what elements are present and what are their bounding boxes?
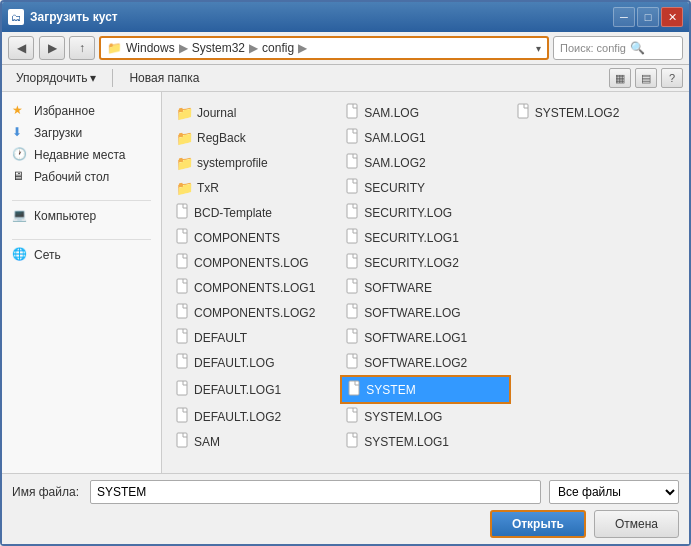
organize-label: Упорядочить: [16, 71, 87, 85]
svg-rect-6: [347, 204, 357, 218]
sidebar-item-recent[interactable]: 🕐 Недавние места: [2, 144, 161, 166]
file-item[interactable]: SOFTWARE.LOG: [340, 300, 510, 325]
file-item[interactable]: SAM.LOG1: [340, 125, 510, 150]
sidebar-favorites-section: ★ Избранное ⬇ Загрузки 🕐 Недавние места …: [2, 100, 161, 188]
file-item[interactable]: SECURITY.LOG1: [340, 225, 510, 250]
file-item[interactable]: SECURITY.LOG2: [340, 250, 510, 275]
svg-rect-0: [347, 104, 357, 118]
folder-icon: 📁: [176, 155, 193, 171]
address-field[interactable]: 📁 Windows ▶ System32 ▶ config ▶ ▾: [99, 36, 549, 60]
back-button[interactable]: ◀: [8, 36, 34, 60]
organize-button[interactable]: Упорядочить ▾: [8, 67, 104, 89]
file-item[interactable]: DEFAULT.LOG2: [170, 404, 340, 429]
open-button[interactable]: Открыть: [490, 510, 586, 538]
file-item[interactable]: SYSTEM: [340, 375, 510, 404]
file-name: SYSTEM.LOG: [364, 410, 442, 424]
file-item[interactable]: SAM.LOG2: [340, 150, 510, 175]
file-icon: [176, 253, 190, 272]
file-icon: [346, 328, 360, 347]
file-item[interactable]: SOFTWARE.LOG1: [340, 325, 510, 350]
svg-rect-24: [347, 433, 357, 447]
bottom-bar: Имя файла: Все файлы Открыть Отмена: [2, 473, 689, 544]
folder-icon: 📁: [176, 130, 193, 146]
filetype-select[interactable]: Все файлы: [549, 480, 679, 504]
file-icon: [176, 228, 190, 247]
view-button[interactable]: ▦: [609, 68, 631, 88]
file-item[interactable]: COMPONENTS.LOG2: [170, 300, 340, 325]
file-name: SAM.LOG: [364, 106, 419, 120]
file-item[interactable]: DEFAULT: [170, 325, 340, 350]
sidebar-item-network[interactable]: 🌐 Сеть: [2, 244, 161, 266]
svg-rect-14: [347, 304, 357, 318]
close-button[interactable]: ✕: [661, 7, 683, 27]
file-item-empty: [511, 150, 681, 175]
sidebar-item-computer[interactable]: 💻 Компьютер: [2, 205, 161, 227]
file-item[interactable]: COMPONENTS.LOG: [170, 250, 340, 275]
file-item[interactable]: SAM.LOG: [340, 100, 510, 125]
file-item[interactable]: 📁Journal: [170, 100, 340, 125]
file-name: COMPONENTS: [194, 231, 280, 245]
file-item[interactable]: 📁TxR: [170, 175, 340, 200]
file-item-empty: [511, 404, 681, 429]
forward-button[interactable]: ▶: [39, 36, 65, 60]
breadcrumb-part-1: Windows: [126, 41, 175, 55]
file-item-empty: [511, 200, 681, 225]
new-folder-button[interactable]: Новая папка: [121, 67, 207, 89]
file-icon: [176, 203, 190, 222]
svg-rect-7: [177, 229, 187, 243]
up-button[interactable]: ↑: [69, 36, 95, 60]
minimize-button[interactable]: ─: [613, 7, 635, 27]
help-button[interactable]: ?: [661, 68, 683, 88]
file-name: SECURITY: [364, 181, 425, 195]
window: 🗂 Загрузить куст ─ □ ✕ ◀ ▶ ↑ 📁 Windows ▶…: [0, 0, 691, 546]
maximize-button[interactable]: □: [637, 7, 659, 27]
file-icon: [517, 103, 531, 122]
file-name: RegBack: [197, 131, 246, 145]
svg-rect-4: [347, 179, 357, 193]
file-item[interactable]: 📁systemprofile: [170, 150, 340, 175]
sidebar-desktop-label: Рабочий стол: [34, 170, 109, 184]
cancel-button[interactable]: Отмена: [594, 510, 679, 538]
file-item[interactable]: SYSTEM.LOG1: [340, 429, 510, 454]
file-item[interactable]: 📁RegBack: [170, 125, 340, 150]
view-button-2[interactable]: ▤: [635, 68, 657, 88]
file-name: SOFTWARE.LOG2: [364, 356, 467, 370]
svg-rect-17: [177, 354, 187, 368]
address-dropdown-arrow[interactable]: ▾: [536, 43, 541, 54]
search-field[interactable]: Поиск: config 🔍: [553, 36, 683, 60]
sidebar-separator-1: [12, 200, 151, 201]
file-item[interactable]: SYSTEM.LOG2: [511, 100, 681, 125]
file-item[interactable]: SOFTWARE.LOG2: [340, 350, 510, 375]
file-item[interactable]: DEFAULT.LOG: [170, 350, 340, 375]
file-name: SAM.LOG2: [364, 156, 425, 170]
file-name: SOFTWARE.LOG: [364, 306, 460, 320]
sidebar-favorites-label: Избранное: [34, 104, 95, 118]
breadcrumb: 📁 Windows ▶ System32 ▶ config ▶: [107, 41, 532, 55]
file-item[interactable]: SOFTWARE: [340, 275, 510, 300]
file-item[interactable]: COMPONENTS: [170, 225, 340, 250]
file-item[interactable]: COMPONENTS.LOG1: [170, 275, 340, 300]
file-item[interactable]: SAM: [170, 429, 340, 454]
organize-arrow-icon: ▾: [90, 71, 96, 85]
recent-icon: 🕐: [12, 147, 28, 163]
file-name: TxR: [197, 181, 219, 195]
svg-rect-5: [177, 204, 187, 218]
file-item[interactable]: SECURITY: [340, 175, 510, 200]
svg-rect-15: [177, 329, 187, 343]
file-item[interactable]: BCD-Template: [170, 200, 340, 225]
sidebar-item-downloads[interactable]: ⬇ Загрузки: [2, 122, 161, 144]
sidebar-item-favorites[interactable]: ★ Избранное: [2, 100, 161, 122]
file-name: COMPONENTS.LOG2: [194, 306, 315, 320]
file-icon: [346, 153, 360, 172]
file-name: SECURITY.LOG1: [364, 231, 458, 245]
svg-rect-16: [347, 329, 357, 343]
file-item-empty: [511, 325, 681, 350]
filename-input[interactable]: [90, 480, 541, 504]
svg-rect-2: [347, 129, 357, 143]
filename-row: Имя файла: Все файлы: [12, 480, 679, 504]
sidebar-item-desktop[interactable]: 🖥 Рабочий стол: [2, 166, 161, 188]
file-item[interactable]: SYSTEM.LOG: [340, 404, 510, 429]
file-item[interactable]: DEFAULT.LOG1: [170, 375, 340, 404]
file-name: DEFAULT.LOG1: [194, 383, 281, 397]
file-item[interactable]: SECURITY.LOG: [340, 200, 510, 225]
